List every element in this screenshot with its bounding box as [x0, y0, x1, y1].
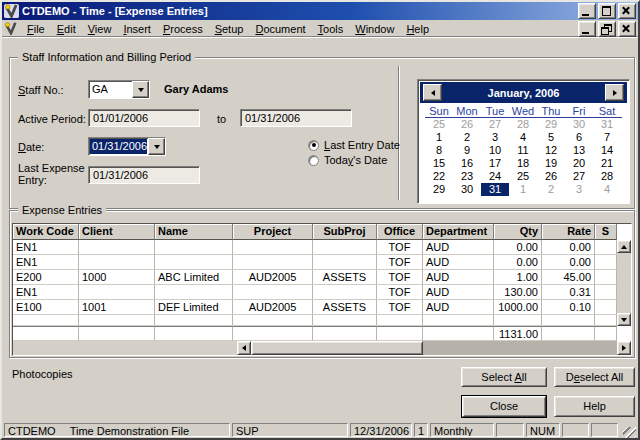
horizontal-scrollbar[interactable]: [13, 341, 631, 355]
column-header-work-code[interactable]: Work Code: [13, 224, 79, 240]
calendar-day[interactable]: 21: [593, 157, 621, 170]
calendar-day[interactable]: 27: [565, 170, 593, 183]
grid-cell[interactable]: [155, 255, 233, 270]
calendar-day[interactable]: 23: [453, 170, 481, 183]
calendar-day[interactable]: 20: [565, 157, 593, 170]
grid-cell[interactable]: [79, 240, 155, 255]
calendar-day[interactable]: 17: [481, 157, 509, 170]
calendar-day[interactable]: 14: [593, 144, 621, 157]
calendar-day[interactable]: 11: [509, 144, 537, 157]
calendar-day[interactable]: 10: [481, 144, 509, 157]
grid-cell[interactable]: DEF Limited: [155, 300, 233, 315]
grid-cell[interactable]: AUD: [423, 285, 494, 300]
grid-cell[interactable]: 0.00: [542, 255, 595, 270]
grid-cell[interactable]: ASSETS: [313, 270, 377, 285]
calendar-day[interactable]: 19: [537, 157, 565, 170]
child-minimize-button[interactable]: [578, 21, 596, 37]
scroll-up-icon[interactable]: [617, 240, 631, 253]
grid-cell[interactable]: EN1: [13, 240, 79, 255]
grid-cell[interactable]: 1001: [79, 300, 155, 315]
grid-cell[interactable]: [155, 240, 233, 255]
grid-cell[interactable]: E200: [13, 270, 79, 285]
grid-cell[interactable]: [423, 315, 494, 326]
select-all-button[interactable]: Select All: [461, 367, 547, 387]
child-restore-button[interactable]: [598, 21, 616, 37]
child-close-button[interactable]: [618, 21, 636, 37]
grid-cell[interactable]: AUD2005: [233, 270, 313, 285]
calendar-day[interactable]: 22: [425, 170, 453, 183]
calendar-day[interactable]: 3: [481, 131, 509, 144]
grid-cell[interactable]: [155, 285, 233, 300]
calendar-day[interactable]: 13: [565, 144, 593, 157]
grid-cell[interactable]: [79, 315, 155, 326]
minimize-button[interactable]: [578, 3, 596, 19]
grid-cell[interactable]: [313, 315, 377, 326]
grid-cell[interactable]: 130.00: [494, 285, 542, 300]
grid-cell[interactable]: [313, 255, 377, 270]
deselect-all-button[interactable]: Deselect All: [554, 367, 635, 387]
calendar-day[interactable]: 2: [453, 131, 481, 144]
calendar-day[interactable]: 1: [509, 183, 537, 196]
menu-item-insert[interactable]: Insert: [117, 22, 157, 36]
grid-cell[interactable]: [313, 240, 377, 255]
scroll-left-icon[interactable]: [237, 341, 251, 355]
grid-cell[interactable]: 0.10: [542, 300, 595, 315]
grid-cell[interactable]: AUD: [423, 300, 494, 315]
calendar-day[interactable]: 18: [509, 157, 537, 170]
grid-cell[interactable]: TOF: [377, 285, 423, 300]
calendar-day[interactable]: 1: [425, 131, 453, 144]
column-header-client[interactable]: Client: [79, 224, 155, 240]
grid-cell[interactable]: [233, 240, 313, 255]
grid-cell[interactable]: [542, 315, 595, 326]
scroll-down-icon[interactable]: [617, 313, 631, 326]
vertical-scrollbar[interactable]: [617, 240, 631, 326]
grid-cell[interactable]: [313, 285, 377, 300]
calendar-day-selected[interactable]: 31: [481, 183, 509, 196]
calendar-day[interactable]: 9: [453, 144, 481, 157]
calendar-day[interactable]: 4: [509, 131, 537, 144]
calendar-day[interactable]: 6: [565, 131, 593, 144]
calendar-day[interactable]: 31: [593, 118, 621, 131]
menu-item-view[interactable]: View: [82, 22, 118, 36]
grid-cell[interactable]: [79, 255, 155, 270]
menu-item-setup[interactable]: Setup: [209, 22, 250, 36]
radio-last-entry-date[interactable]: Last Entry Date: [308, 139, 400, 151]
calendar-day[interactable]: 4: [593, 183, 621, 196]
grid-cell[interactable]: 0.00: [494, 255, 542, 270]
calendar-day[interactable]: 25: [425, 118, 453, 131]
menu-item-edit[interactable]: Edit: [51, 22, 82, 36]
calendar-day[interactable]: 16: [453, 157, 481, 170]
column-header-subproj[interactable]: SubProj: [313, 224, 377, 240]
grid-cell[interactable]: [79, 285, 155, 300]
grid-cell[interactable]: ABC Limited: [155, 270, 233, 285]
calendar-day[interactable]: 28: [509, 118, 537, 131]
menu-item-tools[interactable]: Tools: [312, 22, 350, 36]
menu-item-document[interactable]: Document: [249, 22, 311, 36]
grid-cell[interactable]: [595, 270, 617, 285]
grid-cell[interactable]: [595, 300, 617, 315]
radio-todays-date[interactable]: Today's Date: [308, 154, 387, 166]
grid-cell[interactable]: [494, 315, 542, 326]
grid-cell[interactable]: 0.00: [494, 240, 542, 255]
calendar-day[interactable]: 30: [453, 183, 481, 196]
scroll-right-icon[interactable]: [617, 341, 631, 355]
grid-cell[interactable]: [595, 240, 617, 255]
grid-cell[interactable]: TOF: [377, 300, 423, 315]
calendar-day[interactable]: 30: [565, 118, 593, 131]
menu-item-process[interactable]: Process: [157, 22, 209, 36]
calendar-day[interactable]: 27: [481, 118, 509, 131]
grid-cell[interactable]: AUD2005: [233, 300, 313, 315]
calendar-day[interactable]: 15: [425, 157, 453, 170]
calendar-day[interactable]: 25: [509, 170, 537, 183]
calendar-day[interactable]: 26: [537, 170, 565, 183]
calendar-day[interactable]: 7: [593, 131, 621, 144]
calendar-day[interactable]: 24: [481, 170, 509, 183]
column-header-name[interactable]: Name: [155, 224, 233, 240]
close-window-button[interactable]: [618, 3, 636, 19]
column-header-qty[interactable]: Qty: [494, 224, 542, 240]
grid-cell[interactable]: ASSETS: [313, 300, 377, 315]
menu-item-help[interactable]: Help: [400, 22, 435, 36]
calendar-day[interactable]: 2: [537, 183, 565, 196]
calendar-day[interactable]: 29: [537, 118, 565, 131]
prev-month-button[interactable]: [423, 84, 442, 101]
